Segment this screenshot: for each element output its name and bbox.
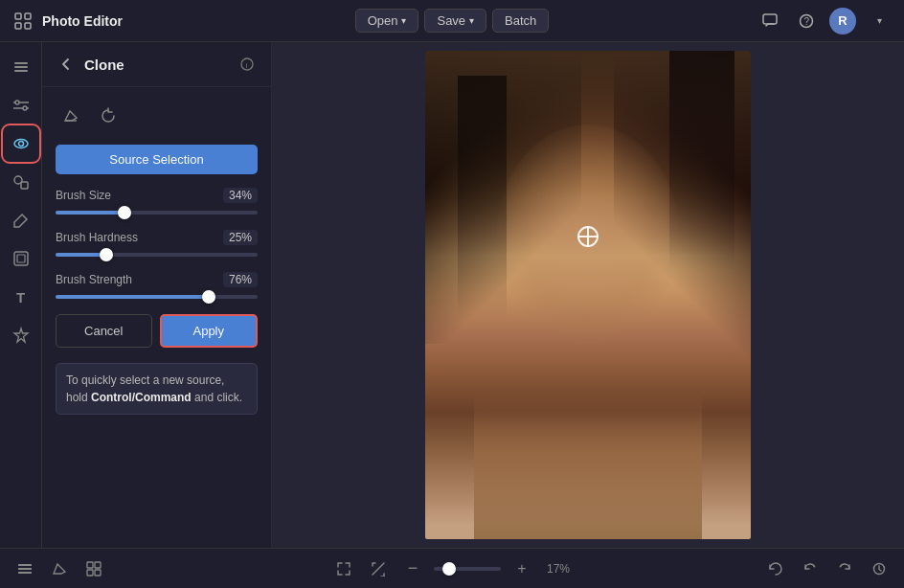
tooltip-text: To quickly select a new source, hold Con…: [66, 373, 242, 404]
brush-hardness-slider-group: Brush Hardness 25%: [56, 230, 258, 259]
svg-rect-4: [763, 14, 777, 24]
brush-hardness-label: Brush Hardness: [56, 231, 138, 244]
header-left: Photo Editor: [11, 10, 305, 33]
layers-panel-button[interactable]: [11, 555, 38, 582]
sidebar-icon-brush[interactable]: [4, 203, 38, 237]
brush-hardness-track: [56, 253, 258, 257]
header-center: Open ▾ Save ▾ Batch: [305, 9, 599, 33]
tooltip-bold: Control/Command: [91, 391, 192, 404]
brush-strength-value: 76%: [223, 272, 258, 287]
sidebar-icon-effects[interactable]: [4, 318, 38, 352]
brush-strength-slider-group: Brush Strength 76%: [56, 272, 258, 301]
svg-rect-19: [21, 182, 28, 189]
fit-button[interactable]: [330, 555, 357, 582]
svg-rect-0: [15, 13, 21, 19]
chevron-down-icon-button[interactable]: ▾: [866, 8, 893, 34]
redo-button[interactable]: [831, 555, 858, 582]
zoom-out-button[interactable]: −: [399, 555, 426, 582]
back-button[interactable]: [56, 54, 77, 75]
svg-rect-28: [87, 562, 93, 568]
brush-size-value: 34%: [223, 188, 258, 203]
svg-text:?: ?: [804, 16, 810, 27]
svg-rect-21: [17, 255, 25, 262]
panel-title: Clone: [84, 57, 229, 73]
app-title: Photo Editor: [42, 13, 123, 29]
svg-rect-8: [14, 66, 28, 68]
sidebar-left: T: [0, 42, 42, 548]
sidebar-icon-frames[interactable]: [4, 241, 38, 276]
tool-modes: [56, 101, 258, 131]
svg-rect-26: [18, 568, 32, 570]
svg-text:i: i: [246, 61, 248, 70]
svg-rect-1: [25, 13, 31, 19]
panel: Clone i Source Selection Brush Size: [42, 42, 272, 548]
zoom-slider[interactable]: [434, 567, 501, 571]
header-right: ? R ▾: [599, 8, 893, 34]
brush-hardness-header: Brush Hardness 25%: [56, 230, 258, 245]
brush-size-slider-group: Brush Size 34%: [56, 188, 258, 216]
app-icon: [11, 10, 34, 33]
brush-size-track: [56, 211, 258, 215]
batch-button[interactable]: Batch: [492, 9, 549, 33]
open-button[interactable]: Open ▾: [355, 9, 419, 33]
brush-strength-header: Brush Strength 76%: [56, 272, 258, 287]
header: Photo Editor Open ▾ Save ▾ Batch ? R ▾: [0, 0, 904, 42]
svg-rect-20: [14, 252, 28, 265]
brush-strength-thumb[interactable]: [202, 290, 215, 304]
reset-history-button[interactable]: [762, 555, 789, 582]
panel-header: Clone i: [42, 42, 271, 87]
svg-point-17: [18, 142, 23, 147]
zoom-value: 17%: [543, 562, 574, 576]
main: T Clone i So: [0, 42, 904, 548]
brush-strength-track: [56, 295, 258, 299]
resize-button[interactable]: [365, 555, 392, 582]
svg-point-10: [15, 101, 19, 104]
source-selection-button[interactable]: Source Selection: [56, 145, 258, 174]
cancel-button[interactable]: Cancel: [56, 314, 152, 348]
bottom-right: [599, 555, 893, 582]
sidebar-icon-text[interactable]: T: [4, 280, 38, 314]
save-button[interactable]: Save ▾: [424, 9, 486, 33]
svg-marker-22: [14, 328, 28, 342]
svg-rect-29: [95, 562, 101, 568]
message-icon-button[interactable]: [757, 8, 783, 34]
apply-button[interactable]: Apply: [160, 314, 259, 348]
bottom-toolbar: − + 17%: [0, 548, 904, 588]
svg-rect-25: [18, 564, 32, 566]
undo-button[interactable]: [797, 555, 824, 582]
sidebar-icon-layers[interactable]: [4, 50, 38, 84]
svg-rect-7: [14, 62, 28, 64]
tooltip: To quickly select a new source, hold Con…: [56, 363, 258, 415]
brush-hardness-thumb[interactable]: [100, 248, 113, 261]
canvas-area[interactable]: [272, 42, 904, 548]
avatar[interactable]: R: [829, 8, 856, 34]
brush-strength-label: Brush Strength: [56, 273, 132, 286]
sidebar-icon-adjustments[interactable]: [4, 88, 38, 123]
erase-mode-button[interactable]: [56, 101, 86, 131]
svg-rect-30: [87, 570, 93, 576]
canvas-image: [425, 51, 751, 539]
panel-content: Source Selection Brush Size 34% Brush Ha…: [42, 87, 271, 428]
bottom-left: [11, 555, 305, 582]
grid-panel-button[interactable]: [80, 555, 107, 582]
zoom-in-button[interactable]: +: [508, 555, 535, 582]
reset-mode-button[interactable]: [94, 101, 124, 131]
history-button[interactable]: [866, 555, 893, 582]
svg-rect-31: [95, 570, 101, 576]
brush-size-header: Brush Size 34%: [56, 188, 258, 203]
info-icon-button[interactable]: i: [237, 54, 258, 75]
action-buttons: Cancel Apply: [56, 314, 258, 348]
brush-size-thumb[interactable]: [118, 206, 131, 219]
svg-rect-2: [15, 23, 21, 29]
sidebar-icon-eye[interactable]: [4, 126, 38, 161]
bottom-center: − + 17%: [305, 555, 599, 582]
brush-strength-fill: [56, 295, 209, 299]
brush-size-label: Brush Size: [56, 189, 111, 202]
svg-rect-3: [25, 23, 31, 29]
svg-point-13: [23, 106, 27, 110]
svg-rect-27: [18, 572, 32, 574]
help-icon-button[interactable]: ?: [793, 8, 820, 34]
edit-panel-button[interactable]: [46, 555, 73, 582]
svg-rect-9: [14, 70, 28, 72]
sidebar-icon-shapes[interactable]: [4, 165, 38, 199]
